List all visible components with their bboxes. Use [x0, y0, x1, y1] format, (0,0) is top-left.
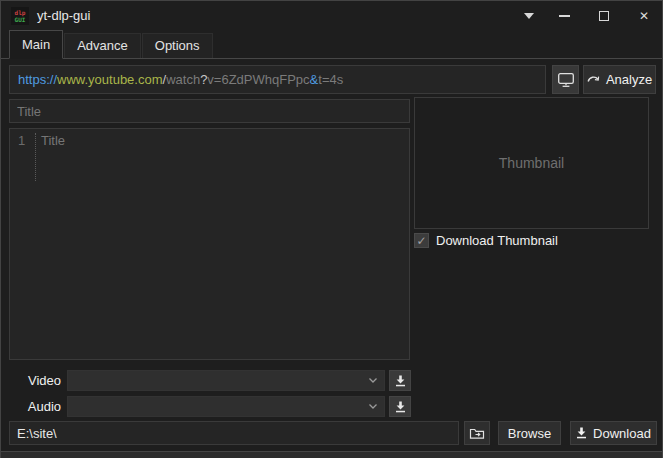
app-icon-gui-text: GUI	[15, 16, 26, 23]
app-icon: dlp GUI	[11, 7, 29, 25]
tab-main[interactable]: Main	[9, 30, 63, 59]
audio-label: Audio	[9, 399, 61, 414]
minimize-icon	[559, 15, 570, 17]
analyze-fetch-icon	[587, 75, 600, 84]
tab-advance[interactable]: Advance	[64, 33, 141, 58]
monitor-icon	[557, 72, 575, 88]
title-editor[interactable]: 1 Title	[9, 128, 410, 360]
output-path-input[interactable]	[9, 421, 459, 445]
download-icon	[576, 427, 587, 439]
window-title: yt-dlp-gui	[37, 8, 90, 23]
close-icon: ✕	[639, 9, 649, 23]
thumbnail-placeholder-text: Thumbnail	[499, 155, 564, 171]
minimize-button[interactable]	[549, 1, 579, 31]
open-folder-button[interactable]	[464, 421, 490, 445]
chevron-down-icon	[368, 377, 378, 384]
title-bar: dlp GUI yt-dlp-gui ✕	[1, 1, 662, 31]
audio-download-button[interactable]	[389, 396, 411, 417]
download-thumbnail-label: Download Thumbnail	[436, 233, 558, 248]
tab-bar: Main Advance Options	[1, 31, 662, 59]
download-icon	[395, 375, 406, 387]
browse-button[interactable]: Browse	[498, 421, 561, 445]
analyze-label: Analyze	[606, 72, 652, 87]
download-label: Download	[593, 426, 651, 441]
analyze-button[interactable]: Analyze	[583, 65, 656, 94]
chevron-down-icon	[368, 403, 378, 410]
download-thumbnail-option: ✓ Download Thumbnail	[414, 233, 558, 248]
video-download-button[interactable]	[389, 370, 411, 391]
open-folder-icon	[469, 427, 485, 440]
window-bottom-border	[1, 451, 662, 458]
clipboard-monitor-button[interactable]	[552, 65, 579, 94]
close-button[interactable]: ✕	[629, 1, 659, 31]
download-icon	[395, 401, 406, 413]
download-thumbnail-checkbox[interactable]: ✓	[414, 233, 429, 248]
download-button[interactable]: Download	[570, 421, 657, 445]
video-label: Video	[9, 373, 61, 388]
browse-label: Browse	[508, 426, 551, 441]
menu-arrow-icon	[524, 13, 534, 19]
checkmark-icon: ✓	[416, 235, 426, 247]
thumbnail-preview: Thumbnail	[414, 97, 649, 229]
editor-gutter: 1	[10, 129, 36, 359]
video-format-dropdown[interactable]	[67, 370, 385, 391]
audio-format-dropdown[interactable]	[67, 396, 385, 417]
tab-options[interactable]: Options	[142, 33, 213, 58]
url-text: https://www.youtube.com/watch?v=6ZdPWhqF…	[18, 72, 343, 87]
maximize-button[interactable]	[589, 1, 619, 31]
editor-line-number: 1	[10, 133, 36, 181]
url-input[interactable]: https://www.youtube.com/watch?v=6ZdPWhqF…	[9, 65, 546, 94]
maximize-icon	[599, 11, 609, 21]
app-icon-dlp-text: dlp	[15, 9, 26, 16]
title-input[interactable]	[9, 99, 410, 123]
editor-placeholder-text: Title	[36, 129, 65, 359]
app-window: dlp GUI yt-dlp-gui ✕ Main Advance Option…	[0, 0, 663, 458]
window-menu-button[interactable]	[514, 1, 544, 31]
